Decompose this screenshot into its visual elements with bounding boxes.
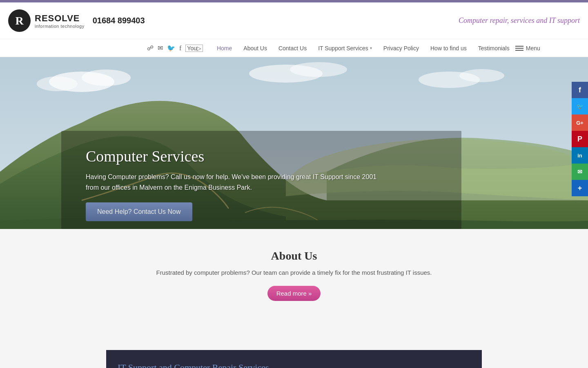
read-more-button[interactable]: Read more » xyxy=(267,286,321,301)
facebook-share-button[interactable]: f xyxy=(572,82,588,98)
linkedin-share-button[interactable]: in xyxy=(572,147,588,164)
logo-subtitle: information technology xyxy=(35,24,85,29)
phone-number[interactable]: 01684 899403 xyxy=(93,16,145,25)
nav-about[interactable]: About Us xyxy=(238,40,273,56)
dropdown-arrow-icon: ▾ xyxy=(370,46,372,50)
hero-description: Having Computer problems? Call us now fo… xyxy=(86,172,376,193)
it-support-wrapper: IT Support and Computer Repair Services xyxy=(0,317,588,368)
twitter-share-button[interactable]: 🐦 xyxy=(572,98,588,114)
logo-text: RESOLVE information technology xyxy=(35,13,85,29)
logo-area: R RESOLVE information technology 01684 8… xyxy=(8,9,145,32)
nav-items: Home About Us Contact Us IT Support Serv… xyxy=(211,40,515,56)
svg-point-5 xyxy=(290,62,347,77)
it-support-title: IT Support and Computer Repair Services xyxy=(118,362,470,368)
nav-testimonials[interactable]: Testimonials xyxy=(472,40,515,56)
email-share-button[interactable]: ✉ xyxy=(572,164,588,180)
googleplus-share-button[interactable]: G+ xyxy=(572,114,588,131)
menu-button[interactable]: Menu xyxy=(515,45,540,52)
svg-point-7 xyxy=(459,69,504,82)
hero-cta-button[interactable]: Need Help? Contact Us Now xyxy=(86,202,192,221)
nav-home[interactable]: Home xyxy=(211,40,238,56)
facebook-nav-icon[interactable]: f xyxy=(179,45,181,52)
youtube-nav-icon[interactable]: You▷ xyxy=(185,45,203,52)
it-support-section: IT Support and Computer Repair Services xyxy=(106,350,482,368)
header: R RESOLVE information technology 01684 8… xyxy=(0,2,588,39)
logo-icon: R xyxy=(8,9,31,32)
email-nav-icon[interactable]: ✉ xyxy=(158,44,163,52)
nav-contact[interactable]: Contact Us xyxy=(273,40,312,56)
social-sidebar: f 🐦 G+ P in ✉ + xyxy=(572,82,588,196)
logo-title: RESOLVE xyxy=(35,13,85,24)
nav-it-support[interactable]: IT Support Services ▾ xyxy=(312,40,378,56)
menu-label: Menu xyxy=(526,45,540,52)
nav-privacy[interactable]: Privacy Policy xyxy=(378,40,425,56)
nav-bar: ☍ ✉ 🐦 f You▷ Home About Us Contact Us IT… xyxy=(0,39,588,57)
svg-point-2 xyxy=(82,70,131,86)
svg-point-3 xyxy=(37,76,78,91)
about-title: About Us xyxy=(8,249,580,263)
header-tagline: Computer repair, services and IT support xyxy=(459,16,580,25)
nav-how-to[interactable]: How to find us xyxy=(425,40,472,56)
hamburger-icon xyxy=(515,46,523,51)
twitter-nav-icon[interactable]: 🐦 xyxy=(167,44,175,52)
hero-title: Computer Services xyxy=(86,147,376,165)
hero-content: Computer Services Having Computer proble… xyxy=(86,147,376,221)
share-more-button[interactable]: + xyxy=(572,180,588,196)
about-description: Frustrated by computer problems? Our tea… xyxy=(8,269,580,276)
about-section: About Us Frustrated by computer problems… xyxy=(0,229,588,317)
hero-section: Computer Services Having Computer proble… xyxy=(0,57,588,229)
pinterest-share-button[interactable]: P xyxy=(572,131,588,147)
rss-icon[interactable]: ☍ xyxy=(147,44,154,52)
nav-social-icons: ☍ ✉ 🐦 f You▷ xyxy=(147,44,203,52)
